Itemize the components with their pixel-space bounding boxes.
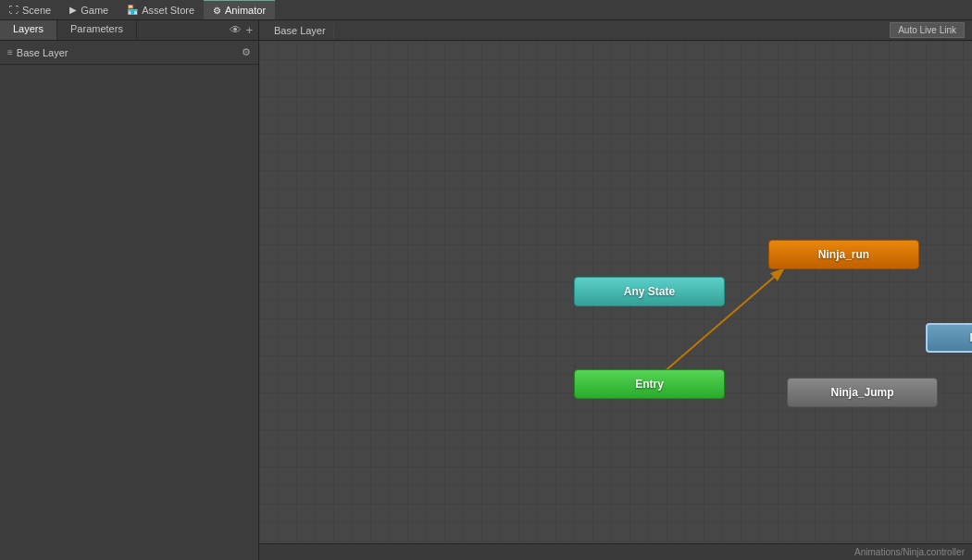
tab-scene[interactable]: ⛶ Scene: [0, 0, 60, 19]
layer-name: Base Layer: [17, 47, 69, 58]
status-path: Animations/Ninja.controller: [854, 547, 965, 557]
right-panel: Base Layer Auto Live Link Ninja_run: [259, 20, 972, 560]
tab-animator[interactable]: ⚙ Animator: [204, 0, 275, 19]
canvas-header: Base Layer Auto Live Link: [259, 20, 972, 41]
tab-asset-store[interactable]: 🏪 Asset Store: [118, 0, 204, 19]
sub-tab-icons: 👁 +: [224, 20, 258, 40]
auto-live-link-button[interactable]: Auto Live Link: [890, 22, 965, 38]
node-ninja-stand[interactable]: Ninja_stand: [926, 323, 972, 353]
animator-icon: ⚙: [213, 6, 221, 16]
scene-icon: ⛶: [9, 5, 19, 15]
eye-icon[interactable]: 👁: [230, 23, 242, 37]
tab-scene-label: Scene: [22, 5, 51, 16]
tab-game[interactable]: ▶ Game: [60, 0, 118, 19]
main-layout: Layers Parameters 👁 + ≡ Base Layer ⚙ Bas…: [0, 20, 972, 560]
plus-icon[interactable]: +: [245, 23, 253, 37]
game-icon: ▶: [69, 5, 77, 15]
status-bar: Animations/Ninja.controller: [259, 543, 972, 560]
sub-tabs: Layers Parameters 👁 +: [0, 20, 258, 41]
top-tab-bar: ⛶ Scene ▶ Game 🏪 Asset Store ⚙ Animator: [0, 0, 972, 20]
gear-icon[interactable]: ⚙: [242, 46, 251, 58]
layer-header: ≡ Base Layer ⚙: [0, 41, 258, 65]
left-panel: Layers Parameters 👁 + ≡ Base Layer ⚙: [0, 20, 259, 560]
node-any-state[interactable]: Any State: [574, 277, 725, 306]
tab-game-label: Game: [81, 5, 108, 16]
canvas-tab-label: Base Layer: [267, 23, 334, 38]
tab-asset-store-label: Asset Store: [142, 5, 194, 16]
node-entry[interactable]: Entry: [574, 369, 725, 399]
canvas-area[interactable]: Ninja_run Any State Entry Ninja_stand Ni…: [259, 41, 972, 543]
node-ninja-jump[interactable]: Ninja_Jump: [787, 378, 938, 407]
menu-icon: ≡: [7, 47, 13, 57]
left-content: [0, 65, 258, 560]
sub-tab-layers[interactable]: Layers: [0, 20, 57, 40]
store-icon: 🏪: [127, 5, 138, 15]
node-ninja-run[interactable]: Ninja_run: [768, 240, 919, 269]
sub-tab-parameters[interactable]: Parameters: [57, 20, 137, 40]
tab-animator-label: Animator: [225, 5, 266, 16]
